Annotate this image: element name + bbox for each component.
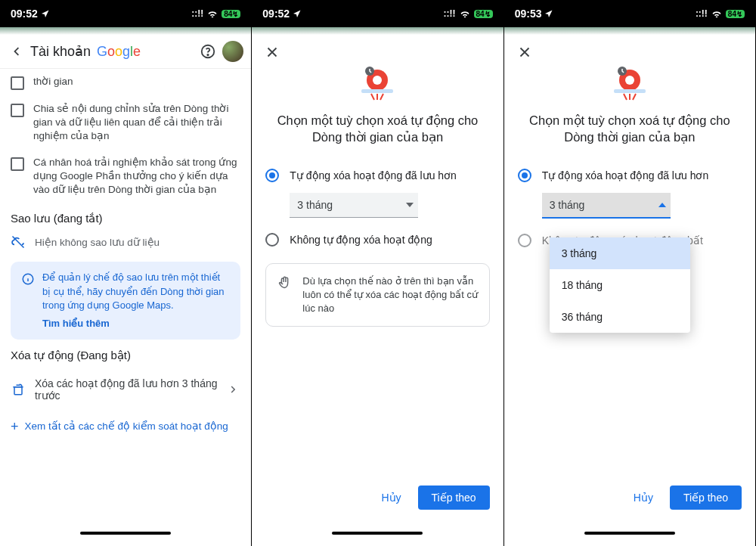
dropdown-option-36[interactable]: 36 tháng [550, 301, 690, 333]
checkbox-icon[interactable] [11, 76, 24, 90]
dialog-footer: Hủy Tiếp theo [252, 475, 503, 520]
note-box: Dù lựa chọn thế nào ở trên thì bạn vẫn l… [265, 263, 489, 327]
radio-no-delete[interactable]: Không tự động xóa hoạt động [265, 228, 489, 251]
all-controls-link[interactable]: + Xem tất cả các chế độ kiểm soát hoạt đ… [11, 411, 240, 436]
status-time: 09:53 [515, 8, 542, 20]
status-bar: 09:53 ::!!84↯ [504, 0, 755, 27]
dialog-title: Chọn một tuỳ chọn xoá tự động cho Dòng t… [518, 112, 742, 146]
backup-status-row: Hiện không sao lưu dữ liệu [11, 231, 240, 253]
autodelete-heading: Xóa tự động (Đang bật) [11, 349, 240, 362]
cancel-button[interactable]: Hủy [623, 486, 664, 510]
info-icon [21, 272, 35, 330]
status-bar: 09:52 ::!! 84↯ [0, 0, 251, 27]
svg-point-9 [625, 76, 634, 85]
dialog-footer: Hủy Tiếp theo [504, 475, 755, 520]
battery-icon: 84↯ [474, 10, 493, 18]
duration-select[interactable]: 3 tháng [542, 193, 671, 219]
dropdown-up-icon [658, 203, 666, 207]
close-icon[interactable] [264, 44, 491, 60]
status-time: 09:52 [11, 8, 38, 20]
checkbox-row-partial[interactable]: thời gian [11, 69, 240, 96]
status-time: 09:52 [262, 8, 290, 20]
battery-icon: 84↯ [222, 10, 240, 18]
dialog-title: Chọn một tuỳ chọn xoá tự động cho Dòng t… [265, 112, 489, 146]
svg-rect-6 [361, 89, 393, 93]
learn-more-link[interactable]: Tìm hiểu thêm [42, 317, 230, 330]
svg-rect-3 [14, 387, 22, 395]
close-icon[interactable] [516, 44, 743, 60]
backup-heading: Sao lưu (đang tắt) [11, 212, 240, 225]
info-box: Để quản lý chế độ sao lưu trên một thiết… [11, 262, 240, 340]
autodelete-row[interactable]: Xóa các hoạt động đã lưu hơn 3 tháng trư… [11, 368, 240, 411]
plus-icon: + [11, 420, 19, 433]
duration-select[interactable]: 3 tháng [290, 193, 418, 218]
radio-auto-delete[interactable]: Tự động xóa hoạt động đã lưu hơn [265, 164, 489, 187]
home-indicator [0, 520, 251, 546]
svg-rect-10 [614, 89, 646, 93]
dropdown-option-18[interactable]: 18 tháng [550, 269, 690, 301]
radio-icon[interactable] [265, 233, 279, 247]
radio-icon[interactable] [518, 234, 531, 247]
cloud-off-icon [11, 234, 26, 250]
status-bar: 09:52 ::!!84↯ [252, 0, 503, 27]
next-button[interactable]: Tiếp theo [670, 486, 742, 510]
cancel-button[interactable]: Hủy [370, 486, 411, 510]
hero-autodelete-icon [611, 64, 649, 101]
help-icon[interactable] [200, 43, 216, 60]
duration-dropdown[interactable]: 3 tháng 18 tháng 36 tháng [550, 237, 690, 333]
home-indicator [252, 520, 503, 546]
hand-icon [277, 275, 293, 316]
battery-icon: 84↯ [726, 10, 745, 18]
back-icon[interactable] [8, 43, 24, 60]
dropdown-option-3[interactable]: 3 tháng [550, 237, 690, 269]
radio-auto-delete[interactable]: Tự động xóa hoạt động đã lưu hơn [518, 164, 742, 187]
cellular-icon: ::!! [191, 8, 203, 19]
svg-point-1 [208, 54, 209, 55]
google-logo: Google [97, 44, 141, 60]
radio-icon[interactable] [265, 169, 279, 182]
checkbox-icon[interactable] [11, 104, 24, 117]
checkbox-row-personalize[interactable]: Cá nhân hoá trải nghiệm khảo sát trong ứ… [11, 150, 240, 203]
checkbox-icon[interactable] [11, 157, 24, 171]
avatar[interactable] [222, 41, 243, 62]
home-indicator [504, 520, 755, 546]
svg-point-5 [373, 76, 382, 85]
account-header: Tài khoản Google [0, 35, 251, 69]
checkbox-row-share[interactable]: Chia sẻ nội dung chỉnh sửa trên Dòng thờ… [11, 96, 240, 150]
hero-autodelete-icon [358, 64, 396, 101]
header-title: Tài khoản [30, 43, 91, 60]
radio-icon[interactable] [518, 169, 531, 182]
dropdown-icon [406, 203, 414, 207]
autodelete-icon [11, 382, 26, 397]
chevron-right-icon [227, 383, 240, 396]
next-button[interactable]: Tiếp theo [418, 486, 490, 510]
